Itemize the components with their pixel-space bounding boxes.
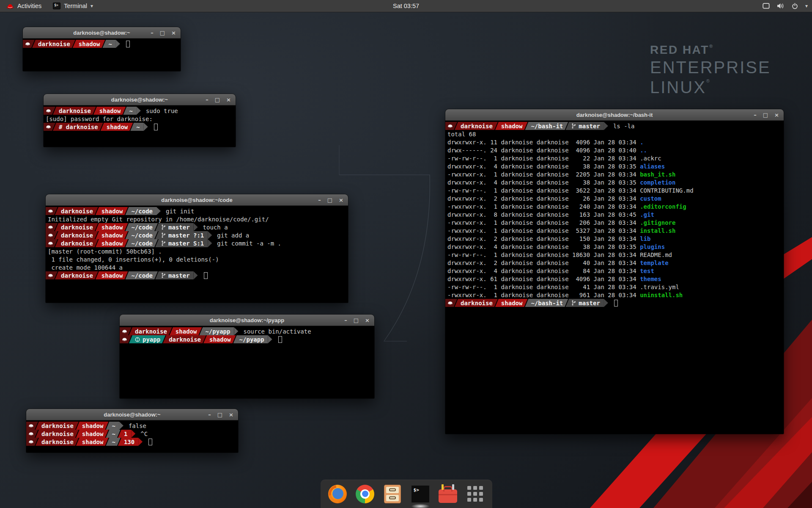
ls-filename: . <box>640 139 643 146</box>
ls-filename: plugins <box>640 243 665 250</box>
powerline-prompt: darknoiseshadow~ <box>26 422 123 430</box>
dock-item-app-grid[interactable] <box>465 483 486 505</box>
app-grid-icon <box>467 486 483 502</box>
command-text: sudo true <box>141 108 178 114</box>
prompt-segment-git: master <box>565 122 604 130</box>
maximize-button[interactable]: □ <box>160 30 165 36</box>
terminal-content[interactable]: darknoiseshadow~/bash-itmasterls -latota… <box>445 121 784 434</box>
powerline-prompt: darknoiseshadow~ <box>23 40 120 48</box>
terminal-line: -rwxrwxr-x. 1 darknoise darknoise 5327 J… <box>445 226 784 235</box>
dock-item-chrome[interactable] <box>354 483 376 505</box>
ls-line-detail: drwxrwxr-x. 8 darknoise darknoise 163 Ja… <box>445 211 640 218</box>
redhat-logo-icon <box>6 3 14 9</box>
redhat-fedora-icon <box>28 431 34 436</box>
close-button[interactable]: × <box>229 412 233 417</box>
terminal-content[interactable]: darknoiseshadow~ <box>23 39 181 71</box>
rhel-branding: RED HAT® ENTERPRISE LINUX® <box>650 44 771 96</box>
dock-item-firefox[interactable] <box>327 483 348 505</box>
terminal-content[interactable]: darknoiseshadow~sudo true[sudo] password… <box>44 106 236 147</box>
redhat-fedora-icon <box>48 241 53 246</box>
terminal-line: drwx------. 24 darknoise darknoise 4096 … <box>445 146 784 154</box>
terminal-content[interactable]: darknoiseshadow~/pyappsource bin/activat… <box>120 326 374 398</box>
ls-line-detail: drwxrwxr-x. 61 darknoise darknoise 4096 … <box>445 276 640 282</box>
ls-line-detail: drwxrwxr-x. 2 darknoise darknoise 150 Ja… <box>445 235 640 242</box>
command-text: git init <box>161 208 194 215</box>
minimize-button[interactable]: – <box>754 112 757 118</box>
terminal-line: -rw-rw-r--. 1 darknoise darknoise 22 Jan… <box>445 154 784 162</box>
prompt-segment-git: master S:1 <box>155 239 208 247</box>
window-titlebar[interactable]: darknoise@shadow:~/pyapp –□× <box>120 315 374 326</box>
maximize-button[interactable]: □ <box>217 412 222 417</box>
terminal-line: darknoiseshadow~130 <box>26 438 238 446</box>
prompt-segment-host: shadow <box>203 335 236 343</box>
terminal-line: darknoiseshadow~/pyappsource bin/activat… <box>120 327 374 335</box>
close-button[interactable]: × <box>339 197 343 203</box>
terminal-line: darknoiseshadow~/codemaster S:1git commi… <box>46 239 348 247</box>
prompt-segment-host: shadow <box>76 438 109 446</box>
close-button[interactable]: × <box>365 318 370 323</box>
terminal-line: darknoiseshadow~ <box>23 40 181 48</box>
window-titlebar[interactable]: darknoise@shadow:~/bash-it –□× <box>445 109 784 121</box>
close-button[interactable]: × <box>774 112 779 118</box>
ls-line-detail: -rwxrwxr-x. 1 darknoise darknoise 961 Ja… <box>445 292 640 298</box>
powerline-prompt: darknoiseshadow~/bash-itmaster <box>445 299 608 307</box>
powerline-prompt: darknoiseshadow~130 <box>26 438 143 446</box>
terminal-window-bash-it: darknoise@shadow:~/bash-it –□× darknoise… <box>445 109 784 434</box>
prompt-segment-user: darknoise <box>55 207 98 215</box>
maximize-button[interactable]: □ <box>327 197 332 203</box>
minimize-button[interactable]: – <box>344 318 347 323</box>
window-title: darknoise@shadow:~/pyapp <box>210 317 284 323</box>
terminal-output: create mode 100644 a <box>46 264 123 271</box>
terminal-line: darknoiseshadow~/codemaster <box>46 271 348 279</box>
window-titlebar[interactable]: darknoise@shadow:~ –□× <box>23 27 181 39</box>
maximize-button[interactable]: □ <box>763 112 768 118</box>
prompt-segment-git: master <box>155 271 194 279</box>
git-branch-icon <box>161 232 166 238</box>
display-icon <box>763 3 770 9</box>
close-button[interactable]: × <box>226 97 231 102</box>
window-titlebar[interactable]: darknoise@shadow:~ –□× <box>44 94 236 105</box>
clock[interactable]: Sat 03:57 <box>393 3 419 9</box>
git-branch-icon <box>161 273 166 278</box>
app-menu-terminal[interactable]: $> Terminal ▾ <box>48 0 98 12</box>
maximize-button[interactable]: □ <box>215 97 220 102</box>
ls-line-detail: -rw-rw-r--. 1 darknoise darknoise 3622 J… <box>445 187 640 194</box>
top-bar: Activities $> Terminal ▾ Sat 03:57 ▾ <box>0 0 812 12</box>
terminal-cursor <box>614 300 618 306</box>
prompt-segment-user: # darknoise <box>53 123 103 131</box>
redhat-fedora-icon <box>48 273 53 278</box>
terminal-output: Initialized empty Git repository in /hom… <box>46 216 269 223</box>
dock-item-terminal[interactable]: $> <box>410 483 431 505</box>
dock-item-files[interactable] <box>382 483 403 505</box>
dock-item-toolbox[interactable] <box>437 483 458 505</box>
ls-line-detail: drwxrwxr-x. 4 darknoise darknoise 38 Jan… <box>445 163 640 170</box>
close-button[interactable]: × <box>171 30 176 36</box>
minimize-button[interactable]: – <box>151 30 154 36</box>
terminal-cursor <box>126 41 130 47</box>
window-titlebar[interactable]: darknoise@shadow:~ –□× <box>26 409 238 420</box>
prompt-segment-user: darknoise <box>55 231 98 239</box>
firefox-icon <box>328 485 347 503</box>
prompt-segment-host: shadow <box>76 422 109 430</box>
prompt-segment-path: ~/code <box>125 239 158 247</box>
prompt-segment-user: darknoise <box>129 327 172 335</box>
chrome-icon <box>356 485 374 503</box>
prompt-segment-git: master <box>155 223 194 231</box>
ls-filename: .travis.yml <box>640 284 679 290</box>
terminal-content[interactable]: darknoiseshadow~/codegit initInitialized… <box>46 206 348 303</box>
redhat-fedora-icon <box>48 225 53 229</box>
prompt-segment-user: darknoise <box>455 299 498 307</box>
redhat-fedora-icon <box>46 108 51 113</box>
activities-label: Activities <box>17 3 41 9</box>
prompt-segment-user: darknoise <box>55 239 98 247</box>
maximize-button[interactable]: □ <box>354 318 359 323</box>
minimize-button[interactable]: – <box>208 412 211 417</box>
minimize-button[interactable]: – <box>318 197 321 203</box>
status-area[interactable]: ▾ <box>763 0 808 12</box>
terminal-content[interactable]: darknoiseshadow~falsedarknoiseshadow~1^C… <box>26 421 238 453</box>
ls-line-detail: -rwxrwxr-x. 1 darknoise darknoise 240 Ja… <box>445 203 640 210</box>
activities-button[interactable]: Activities <box>0 0 48 12</box>
prompt-segment-host: shadow <box>495 299 528 307</box>
minimize-button[interactable]: – <box>206 97 208 102</box>
window-titlebar[interactable]: darknoise@shadow:~/code –□× <box>46 194 348 206</box>
